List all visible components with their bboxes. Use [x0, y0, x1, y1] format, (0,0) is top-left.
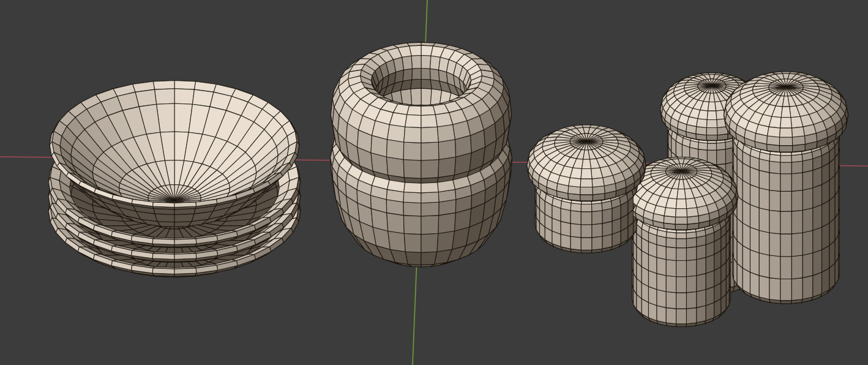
serving-bowl[interactable]: [50, 80, 299, 227]
bowl-upper[interactable]: [331, 42, 511, 192]
jar-medium[interactable]: [624, 157, 738, 327]
jar-large[interactable]: [724, 72, 848, 304]
3d-viewport: [0, 0, 868, 365]
object-hotspots: [0, 0, 868, 365]
